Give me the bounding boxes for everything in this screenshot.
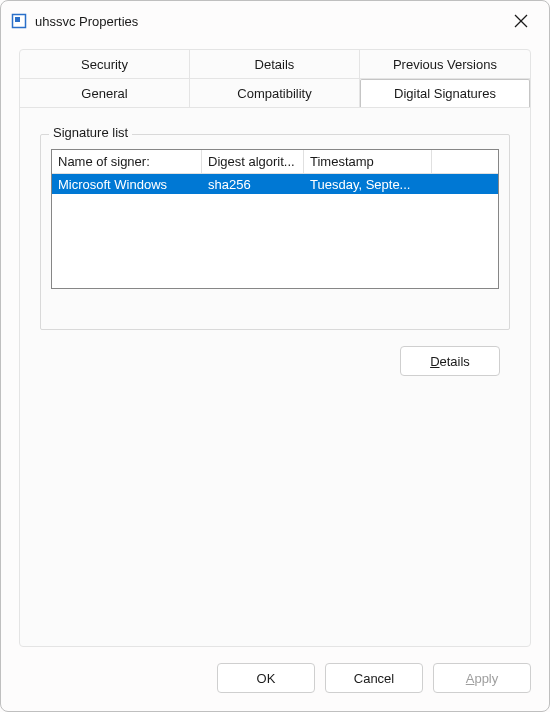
tab-previous-versions[interactable]: Previous Versions: [360, 50, 530, 78]
tab-row-1: Security Details Previous Versions: [20, 50, 530, 79]
svg-rect-1: [15, 17, 20, 22]
app-icon: [11, 13, 27, 29]
listview-header: Name of signer: Digest algorit... Timest…: [52, 150, 498, 174]
window-title: uhssvc Properties: [35, 14, 503, 29]
tab-compatibility[interactable]: Compatibility: [190, 79, 360, 107]
titlebar: uhssvc Properties: [1, 1, 549, 41]
tab-body-digital-signatures: Signature list Name of signer: Digest al…: [20, 108, 530, 392]
tab-general[interactable]: General: [20, 79, 190, 107]
apply-button[interactable]: Apply: [433, 663, 531, 693]
tab-container: Security Details Previous Versions Gener…: [19, 49, 531, 647]
signature-list-groupbox: Signature list Name of signer: Digest al…: [40, 134, 510, 330]
column-header-signer[interactable]: Name of signer:: [52, 150, 202, 173]
tab-details[interactable]: Details: [190, 50, 360, 78]
cell-timestamp: Tuesday, Septe...: [304, 177, 432, 192]
cell-signer: Microsoft Windows: [52, 177, 202, 192]
cell-digest: sha256: [202, 177, 304, 192]
signature-listview[interactable]: Name of signer: Digest algorit... Timest…: [51, 149, 499, 289]
tab-security[interactable]: Security: [20, 50, 190, 78]
column-header-digest[interactable]: Digest algorit...: [202, 150, 304, 173]
groupbox-label: Signature list: [49, 125, 132, 140]
column-header-timestamp[interactable]: Timestamp: [304, 150, 432, 173]
details-button-row: Details: [40, 346, 510, 376]
table-row[interactable]: Microsoft Windows sha256 Tuesday, Septe.…: [52, 174, 498, 194]
close-button[interactable]: [503, 3, 539, 39]
details-button[interactable]: Details: [400, 346, 500, 376]
column-header-spacer: [432, 150, 498, 173]
tab-digital-signatures[interactable]: Digital Signatures: [360, 79, 530, 107]
details-button-label-rest: etails: [440, 354, 470, 369]
tab-row-2: General Compatibility Digital Signatures: [20, 79, 530, 108]
dialog-button-row: OK Cancel Apply: [217, 663, 531, 693]
close-icon: [514, 14, 528, 28]
ok-button[interactable]: OK: [217, 663, 315, 693]
cancel-button[interactable]: Cancel: [325, 663, 423, 693]
